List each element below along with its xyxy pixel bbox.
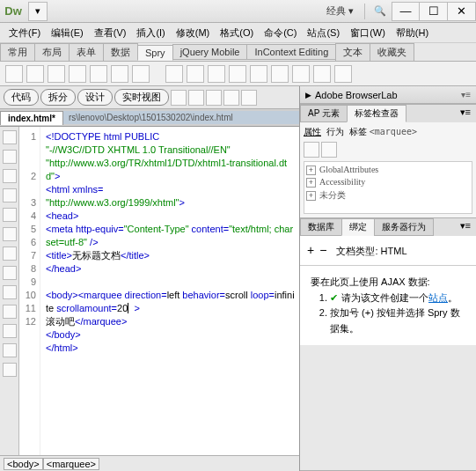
- vtool-3[interactable]: [3, 169, 17, 183]
- bindings-tab[interactable]: 绑定: [341, 218, 375, 236]
- live-view-button[interactable]: 实时视图: [114, 89, 169, 106]
- behaviors-subtab[interactable]: 行为: [326, 126, 344, 138]
- vtool-13[interactable]: [3, 363, 17, 377]
- insert-tab[interactable]: 表单: [69, 43, 104, 62]
- spry-icon-14[interactable]: [292, 65, 310, 83]
- toolbar-icon-2[interactable]: [188, 90, 204, 106]
- check-icon: ✔: [330, 292, 338, 303]
- toolbar-icon-1[interactable]: [171, 90, 187, 106]
- insert-tab[interactable]: InContext Editing: [246, 44, 336, 60]
- spry-icon-7[interactable]: [132, 65, 150, 83]
- spry-icon-4[interactable]: [69, 65, 86, 83]
- vtool-9[interactable]: [3, 285, 17, 299]
- vtool-2[interactable]: [3, 150, 17, 164]
- document-toolbar: 代码 拆分 设计 实时视图: [0, 86, 299, 109]
- spry-icon-12[interactable]: [250, 65, 267, 83]
- spry-icon-11[interactable]: [229, 65, 246, 83]
- insert-tab[interactable]: Spry: [137, 45, 173, 61]
- collapse-icon: ▶: [305, 91, 311, 99]
- category-view-icon[interactable]: [321, 142, 337, 158]
- insert-tab[interactable]: 布局: [34, 43, 70, 62]
- spry-icon-6[interactable]: [111, 65, 128, 83]
- ajax-title: 要在此页上使用 AJAX 数据:: [311, 275, 465, 291]
- vtool-1[interactable]: [3, 130, 17, 144]
- vtool-7[interactable]: [3, 247, 17, 261]
- vtool-4[interactable]: [3, 188, 17, 202]
- spry-icon-8[interactable]: [165, 65, 183, 83]
- vtool-5[interactable]: [3, 208, 17, 222]
- spry-icon-2[interactable]: [26, 65, 44, 83]
- spry-icon-10[interactable]: [208, 65, 225, 83]
- insert-tab[interactable]: 收藏夹: [370, 43, 414, 62]
- tag-selector[interactable]: <body><marquee>: [0, 455, 299, 471]
- panel-menu-icon[interactable]: ▾≡: [455, 218, 476, 236]
- document-tabs: index.html* rs\lenovo\Desktop\1501530202…: [0, 109, 299, 127]
- menu-item[interactable]: 窗口(W): [345, 26, 391, 40]
- menu-item[interactable]: 查看(V): [89, 26, 132, 40]
- doc-type-value: HTML: [381, 246, 407, 256]
- server-behaviors-tab[interactable]: 服务器行为: [374, 218, 434, 236]
- design-view-button[interactable]: 设计: [77, 89, 113, 106]
- vtool-11[interactable]: [3, 324, 17, 338]
- menu-item[interactable]: 文件(F): [4, 26, 46, 40]
- attribute-tree[interactable]: +GlobalAttributes+Accessibility+未分类: [304, 161, 472, 214]
- spry-icon-1[interactable]: [5, 65, 23, 83]
- menu-item[interactable]: 编辑(E): [46, 26, 89, 40]
- insert-tab[interactable]: 常用: [0, 43, 35, 62]
- layout-dropdown[interactable]: ▾: [28, 2, 48, 21]
- insert-tab[interactable]: 数据: [103, 43, 138, 62]
- spry-icon-3[interactable]: [48, 65, 65, 83]
- code-editor[interactable]: <!DOCTYPE html PUBLIC"-//W3C//DTD XHTML …: [40, 127, 299, 455]
- insert-bar: 常用布局表单数据SpryjQuery MobileInContext Editi…: [0, 42, 476, 62]
- minimize-button[interactable]: —: [392, 2, 420, 21]
- panel-menu-icon[interactable]: ▾≡: [461, 90, 471, 99]
- spry-icon-15[interactable]: [313, 65, 331, 83]
- spry-icon-16[interactable]: [334, 65, 352, 83]
- menu-item[interactable]: 帮助(H): [391, 26, 434, 40]
- tree-row[interactable]: +未分类: [306, 188, 470, 202]
- ajax-instructions: 要在此页上使用 AJAX 数据: ✔请为该文件创建一个站点。 按加号 (+) 按…: [300, 265, 476, 345]
- vtool-12[interactable]: [3, 343, 17, 357]
- panel-menu-icon[interactable]: ▾≡: [455, 105, 476, 122]
- tag-inspector-tab[interactable]: 标签检查器: [347, 105, 406, 122]
- vtool-10[interactable]: [3, 305, 17, 319]
- toolbar-icon-5[interactable]: [241, 90, 257, 106]
- menu-item[interactable]: 格式(O): [215, 26, 259, 40]
- ajax-step-2: 按加号 (+) 按钮并选择 Spry 数据集。: [330, 305, 465, 336]
- close-button[interactable]: ✕: [448, 2, 476, 21]
- maximize-button[interactable]: ☐: [420, 2, 448, 21]
- menu-item[interactable]: 命令(C): [259, 26, 302, 40]
- vtool-8[interactable]: [3, 266, 17, 280]
- insert-tab[interactable]: 文本: [335, 43, 370, 62]
- menu-item[interactable]: 站点(S): [302, 26, 345, 40]
- insert-icon-bar: [0, 62, 476, 86]
- workspace-switcher[interactable]: 经典 ▾: [319, 4, 361, 18]
- remove-binding-button[interactable]: −: [319, 243, 326, 257]
- list-view-icon[interactable]: [304, 142, 319, 158]
- add-binding-button[interactable]: +: [307, 243, 314, 257]
- menu-item[interactable]: 插入(I): [131, 26, 170, 40]
- vtool-6[interactable]: [3, 227, 17, 241]
- database-tab[interactable]: 数据库: [300, 218, 342, 236]
- insert-tab[interactable]: jQuery Mobile: [172, 44, 248, 60]
- search-icon[interactable]: 🔍: [369, 5, 392, 17]
- spry-icon-13[interactable]: [271, 65, 289, 83]
- split-view-button[interactable]: 拆分: [40, 89, 76, 106]
- ap-elements-tab[interactable]: AP 元素: [300, 105, 348, 122]
- document-tab-active[interactable]: index.html*: [0, 111, 63, 125]
- toolbar-icon-3[interactable]: [206, 90, 222, 106]
- menu-item[interactable]: 修改(M): [171, 26, 216, 40]
- tree-row[interactable]: +Accessibility: [306, 176, 470, 188]
- create-site-link[interactable]: 站点: [428, 292, 448, 303]
- code-view-button[interactable]: 代码: [4, 89, 39, 106]
- toolbar-icon-4[interactable]: [223, 90, 239, 106]
- title-bar: Dw ▾ 经典 ▾ 🔍 — ☐ ✕: [0, 0, 476, 23]
- tag-subtab: 标签 <marquee>: [349, 126, 417, 138]
- doc-type-label: 文档类型:: [336, 246, 377, 256]
- spry-icon-5[interactable]: [90, 65, 107, 83]
- app-logo: Dw: [4, 2, 23, 21]
- attributes-subtab[interactable]: 属性: [304, 126, 321, 138]
- browserlab-panel-head[interactable]: ▶ Adobe BrowserLab ▾≡: [300, 86, 476, 104]
- tree-row[interactable]: +GlobalAttributes: [306, 164, 470, 176]
- spry-icon-9[interactable]: [187, 65, 204, 83]
